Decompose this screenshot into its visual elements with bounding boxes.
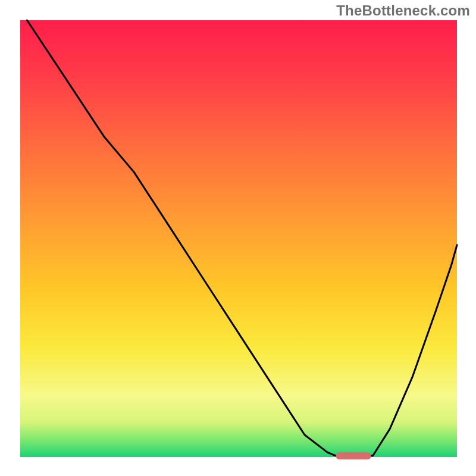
chart-svg bbox=[0, 0, 476, 476]
minimum-marker bbox=[336, 452, 371, 459]
chart-stage: TheBottleneck.com bbox=[0, 0, 476, 476]
plot-background bbox=[20, 20, 457, 457]
watermark-label: TheBottleneck.com bbox=[336, 2, 470, 19]
